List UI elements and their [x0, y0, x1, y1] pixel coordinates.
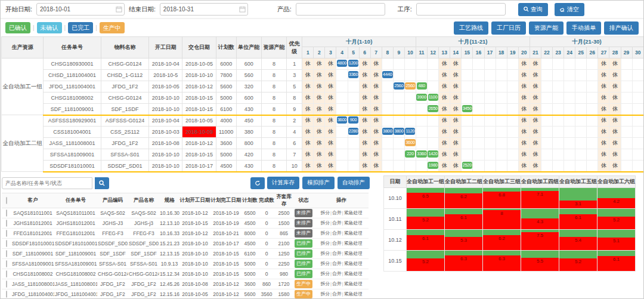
row-checkbox-cell[interactable] [2, 289, 11, 299]
row-action-link[interactable]: 拆分 [320, 241, 330, 246]
order-row[interactable]: SFSSA181009001SFSSA181009001SFSSA-S01SFS… [2, 258, 369, 269]
gantt-qty-badge[interactable]: 3800 [382, 128, 393, 135]
row-action-link[interactable]: 紧急处理 [343, 210, 362, 215]
row-action-link[interactable]: 合并 [332, 210, 342, 215]
load-cell[interactable]: 6.2 [483, 229, 521, 250]
gantt-qty-badge[interactable]: 3600 [337, 116, 348, 124]
load-cell[interactable]: 8 [483, 208, 521, 229]
load-cell[interactable]: 6.2 [445, 187, 483, 208]
load-cell[interactable]: 5.5 [521, 250, 559, 271]
load-cell[interactable]: 5.2 [559, 250, 597, 271]
row-action-link[interactable]: 拆分 [320, 220, 330, 226]
row-action-link[interactable]: 拆分 [320, 281, 330, 286]
load-cell[interactable]: 6.3 [483, 250, 521, 271]
load-cell[interactable]: 6.1 [559, 208, 597, 229]
gantt-qty-badge[interactable]: 3600 [405, 139, 416, 146]
row-action-link[interactable]: 合并 [332, 281, 342, 286]
gantt-qty-badge[interactable]: 3360 [348, 71, 359, 78]
orders-search-input[interactable] [2, 177, 92, 189]
gantt-qty-badge[interactable]: 1200 [348, 60, 359, 67]
gantt-qty-badge[interactable]: 2650 [428, 105, 438, 112]
order-row[interactable]: FFEG181012001FFEG181012001FFEG-F3FFEG-F3… [2, 228, 369, 238]
load-cell[interactable]: 5.2 [597, 208, 636, 229]
row-checkbox-cell[interactable] [2, 238, 11, 248]
row-action-link[interactable]: 拆分 [320, 251, 330, 256]
task-number-cell[interactable]: CHSD_1181004001 [44, 70, 101, 81]
order-row[interactable]: SAQS181011001SAQS181011001SAQS-S02SAQS-S… [2, 208, 369, 218]
row-checkbox-cell[interactable] [2, 228, 11, 238]
row-action-link[interactable]: 紧急处理 [343, 241, 362, 246]
row-action-link[interactable]: 合并 [332, 271, 342, 276]
task-number-cell[interactable]: SFSSA181009001 [44, 149, 101, 161]
row-action-link[interactable]: 合并 [332, 220, 342, 226]
gantt-qty-badge[interactable]: 220 [405, 150, 415, 158]
gantt-qty-badge[interactable]: 4800 [337, 60, 348, 67]
gantt-qty-badge[interactable]: 3800 [394, 128, 404, 135]
checkbox-icon[interactable] [6, 291, 7, 298]
start-date-input[interactable] [36, 3, 125, 16]
gantt-qty-badge[interactable]: 1980 [428, 162, 438, 169]
row-action-link[interactable]: 合并 [332, 241, 342, 246]
checkbox-icon[interactable] [6, 230, 7, 237]
gantt-qty-badge[interactable]: 2560 [394, 82, 404, 90]
row-checkbox-cell[interactable] [2, 248, 11, 258]
select-all-header[interactable] [2, 193, 11, 208]
task-number-cell[interactable]: SDSDF181010001 [44, 161, 101, 172]
row-action-link[interactable]: 紧急处理 [343, 281, 362, 286]
row-action-link[interactable]: 紧急处理 [343, 261, 362, 266]
gantt-qty-badge[interactable]: 1120 [405, 128, 415, 135]
row-checkbox-cell[interactable] [2, 208, 11, 218]
order-row[interactable]: SDSDF181010001SDSDF181010001SDSDF_SD01SD… [2, 238, 369, 248]
row-checkbox-cell[interactable] [2, 279, 11, 289]
query-button[interactable]: 查询 [518, 3, 548, 16]
load-cell[interactable]: 5.4 [559, 229, 597, 250]
row-action-link[interactable]: 合并 [332, 261, 342, 266]
checkbox-icon[interactable] [6, 260, 7, 267]
row-checkbox-cell[interactable] [2, 269, 11, 279]
order-row[interactable]: SDF_1181009001SDF_1181009001SDF_1SDFSDF_… [2, 248, 369, 258]
load-cell[interactable]: 6.1 [407, 229, 445, 250]
action-button[interactable]: 手动插单 [566, 21, 601, 35]
row-action-link[interactable]: 紧急处理 [343, 220, 362, 226]
row-action-link[interactable]: 紧急处理 [343, 251, 362, 256]
row-action-link[interactable]: 合并 [332, 230, 342, 236]
action-button[interactable]: 资源产能 [529, 21, 564, 35]
order-row[interactable]: JASS_1181008001JASS_1181008001JFDG_1F2JF… [2, 279, 369, 289]
checkbox-icon[interactable] [6, 197, 7, 204]
calendar-icon[interactable] [116, 6, 122, 13]
legend-tag[interactable]: 生产中 [100, 22, 125, 33]
checkbox-icon[interactable] [6, 209, 7, 217]
row-action-link[interactable]: 拆分 [320, 210, 330, 215]
action-button[interactable]: 工厂日历 [491, 21, 526, 35]
gantt-qty-badge[interactable]: 3450 [462, 105, 473, 112]
task-number-cell[interactable]: ASFSSS180929001 [44, 115, 101, 127]
task-number-cell[interactable]: CSS181004001 [44, 127, 101, 138]
row-checkbox-cell[interactable] [2, 258, 11, 269]
order-row[interactable]: CHSG181008002CHSG181008002CHSG-G0124CHSG… [2, 269, 369, 279]
load-cell[interactable]: 4.3 [521, 208, 559, 229]
load-cell[interactable]: 5.2 [407, 250, 445, 271]
load-cell[interactable]: 6.1 [445, 208, 483, 229]
refresh-button[interactable] [250, 177, 265, 189]
orders-action-button[interactable]: 模拟排产 [302, 177, 335, 189]
gantt-qty-badge[interactable]: 2280 [348, 128, 359, 135]
row-action-link[interactable]: 合并 [332, 291, 342, 297]
checkbox-icon[interactable] [6, 220, 7, 227]
action-button[interactable]: 工艺路线 [454, 21, 488, 35]
checkbox-icon[interactable] [6, 270, 7, 278]
checkbox-icon[interactable] [6, 240, 7, 247]
gantt-qty-badge[interactable]: 2520 [462, 162, 473, 169]
legend-tag[interactable]: 已确认 [5, 22, 30, 33]
gantt-qty-badge[interactable]: 3360 [416, 150, 427, 158]
load-cell[interactable]: 7.5 [521, 229, 559, 250]
order-row[interactable]: JFDG_1181004001JFDG_1181004001JFDG_1F2JF… [2, 289, 369, 299]
orders-search-button[interactable] [95, 177, 109, 189]
row-action-link[interactable]: 拆分 [320, 271, 330, 276]
row-action-link[interactable]: 紧急处理 [343, 230, 362, 236]
row-action-link[interactable]: 合并 [332, 251, 342, 256]
checkbox-icon[interactable] [6, 250, 7, 257]
legend-tag[interactable]: 已完工 [68, 22, 93, 33]
load-cell[interactable]: 3.1 [559, 187, 597, 208]
row-checkbox-cell[interactable] [2, 218, 11, 228]
clear-button[interactable]: 清空 [555, 3, 584, 16]
